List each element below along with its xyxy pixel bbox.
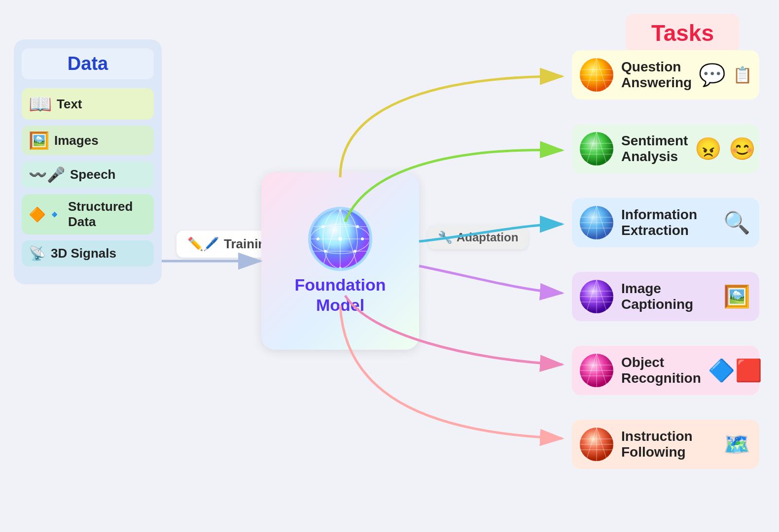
task-card-if: Instruction Following 🗺️	[572, 420, 759, 469]
happy-face-icon: 😊	[729, 136, 756, 162]
foundation-model-box: FoundationModel	[261, 172, 419, 350]
task-qa-label: Question Answering	[621, 59, 692, 91]
svg-point-15	[324, 250, 327, 253]
arrow-to-ic	[419, 266, 562, 293]
globe-sa-icon	[579, 131, 614, 166]
task-card-sa: Sentiment Analysis 😠 😊	[572, 124, 759, 173]
data-item-text: 📖 Text	[22, 88, 154, 120]
wifi-icon: 📡	[29, 245, 46, 262]
task-card-qa: Question Answering 💬 📋	[572, 50, 759, 100]
task-card-ie: Information Extraction 🔍	[572, 198, 759, 247]
globe-ic-icon	[579, 279, 614, 314]
foundation-model-label: FoundationModel	[294, 275, 386, 315]
qa-icon: 💬	[699, 62, 726, 88]
database-icon: 🔶🔹	[29, 206, 63, 223]
data-item-speech: 〰️🎤 Speech	[22, 161, 154, 188]
photo-icon: 🖼️	[723, 284, 750, 309]
task-card-or: Object Recognition 🔷🟥	[572, 346, 759, 395]
qa-list-icon: 📋	[733, 66, 752, 84]
svg-point-16	[354, 250, 356, 253]
adaptation-box: 🔧 Adaptation	[428, 226, 528, 249]
book-icon: 📖	[29, 93, 52, 115]
tasks-title: Tasks	[626, 14, 740, 52]
globe-qa-icon	[579, 57, 614, 93]
task-if-label: Instruction Following	[621, 429, 716, 460]
shapes-icon: 🔷🟥	[708, 358, 762, 383]
svg-point-12	[356, 225, 359, 228]
svg-point-13	[317, 237, 319, 240]
data-item-structured: 🔶🔹 Structured Data	[22, 194, 154, 234]
svg-point-10	[338, 237, 342, 241]
task-ie-label: Information Extraction	[621, 207, 716, 238]
data-item-3dsignals: 📡 3D Signals	[22, 240, 154, 266]
sad-face-icon: 😠	[695, 136, 722, 162]
svg-point-11	[321, 225, 324, 228]
map-icon: 🗺️	[723, 432, 750, 457]
mic-icon: 〰️🎤	[29, 166, 65, 183]
globe-if-icon	[579, 427, 614, 462]
svg-point-14	[361, 237, 364, 240]
wrench-icon: 🔧	[438, 231, 453, 244]
globe-ie-icon	[579, 205, 614, 240]
pencils-icon: ✏️🖊️	[187, 236, 219, 252]
image-icon: 🖼️	[29, 131, 49, 150]
data-item-images: 🖼️ Images	[22, 126, 154, 155]
arrow-to-qa	[340, 76, 562, 177]
foundation-globe-icon	[308, 207, 372, 271]
globe-or-icon	[579, 353, 614, 388]
data-panel: Data 📖 Text 🖼️ Images 〰️🎤 Speech 🔶🔹 Stru…	[14, 39, 162, 284]
task-ic-label: Image Captioning	[621, 281, 716, 312]
data-title: Data	[22, 48, 154, 79]
task-or-label: Object Recognition	[621, 355, 701, 386]
magnifier-icon: 🔍	[723, 210, 750, 235]
task-sa-label: Sentiment Analysis	[621, 133, 688, 165]
task-card-ic: Image Captioning 🖼️	[572, 272, 759, 321]
